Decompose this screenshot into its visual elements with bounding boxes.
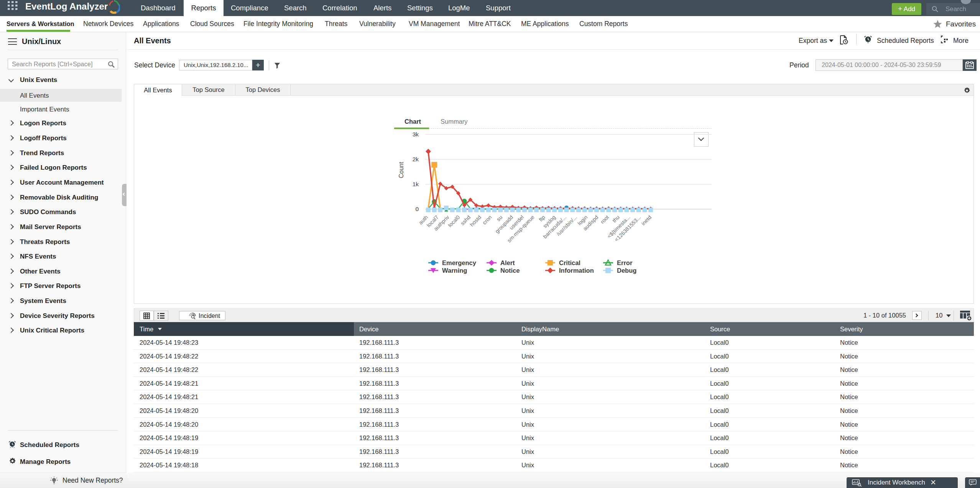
svg-text:2k: 2k <box>413 156 419 162</box>
svg-text:Count: Count <box>398 162 404 178</box>
svg-text:root: root <box>599 214 610 225</box>
svg-text:Alert: Alert <box>500 259 515 266</box>
svg-text:Error: Error <box>617 259 633 266</box>
svg-text:1k: 1k <box>413 181 419 187</box>
svg-text:Information: Information <box>559 267 594 274</box>
svg-text:0: 0 <box>415 206 419 212</box>
svg-text:3k: 3k <box>413 131 419 138</box>
svg-text:Warning: Warning <box>442 267 467 274</box>
svg-text:Critical: Critical <box>559 259 580 266</box>
svg-text:hostd: hostd <box>469 214 482 228</box>
svg-text:Notice: Notice <box>500 267 520 274</box>
svg-text:cron: cron <box>481 214 493 226</box>
svg-text:Debug: Debug <box>617 267 636 274</box>
svg-text:inetd: inetd <box>640 214 653 227</box>
svg-text:local0: local0 <box>447 214 461 228</box>
svg-text:Emergency: Emergency <box>442 259 477 266</box>
